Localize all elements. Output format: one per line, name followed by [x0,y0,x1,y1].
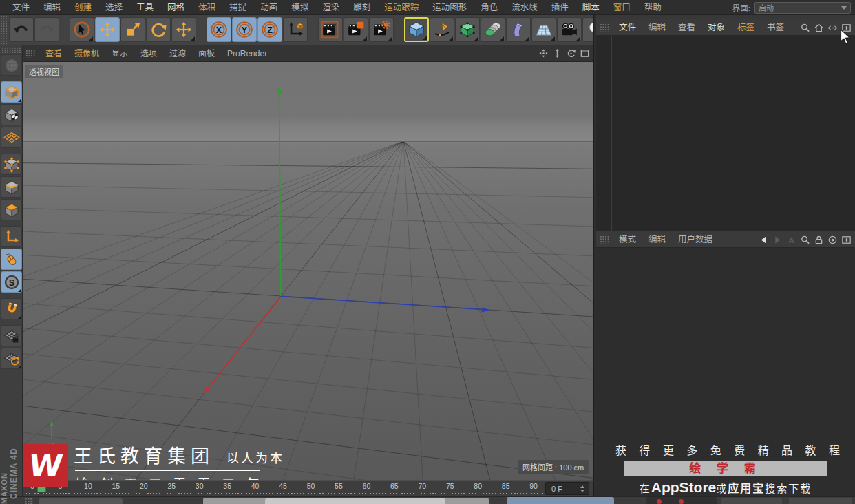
menu-item-插件[interactable]: 插件 [545,0,576,15]
menu-item-捕捉[interactable]: 捕捉 [222,0,253,15]
target-icon[interactable] [827,234,838,246]
menu-item-模拟[interactable]: 模拟 [284,0,315,15]
partial-button[interactable] [39,498,123,504]
move-tool-button[interactable] [95,17,120,42]
object-manager-grip[interactable] [600,23,609,32]
undo-button[interactable] [9,17,34,42]
render-view-button[interactable] [318,17,343,42]
menu-item-脚本[interactable]: 脚本 [576,0,606,15]
menu-item-运动跟踪[interactable]: 运动跟踪 [377,0,425,15]
menu-item-过滤[interactable]: 过滤 [163,45,192,62]
viewport-solo-button[interactable] [1,249,22,270]
render-picture-viewer-button[interactable] [344,17,368,42]
path-navigate-icon[interactable] [827,22,838,34]
menu-item-对象[interactable]: 对象 [701,19,731,36]
menu-item-文件[interactable]: 文件 [613,19,642,36]
lock-icon[interactable] [813,234,825,246]
enable-snap-button[interactable] [1,298,22,319]
lock-y-axis-button[interactable]: Y [232,17,257,42]
history-back-icon[interactable] [758,234,770,246]
partial-slider[interactable] [203,498,489,504]
menu-item-摄像机[interactable]: 摄像机 [68,45,105,62]
viewport-menubar-grip[interactable] [25,50,36,58]
model-mode-button[interactable] [1,81,22,103]
add-subdivision-surface-button[interactable] [455,17,480,42]
render-settings-button[interactable] [369,17,394,42]
menu-item-模式[interactable]: 模式 [613,231,642,248]
partial-record-buttons[interactable] [646,497,717,504]
menu-item-窗口[interactable]: 窗口 [606,0,637,15]
viewport-canvas[interactable]: 透视视图 网格间距 : 100 cm Y [23,62,593,480]
menu-item-书签[interactable]: 书签 [761,19,790,36]
toggle-view-icon[interactable] [579,48,591,59]
menu-item-标签[interactable]: 标签 [731,19,761,36]
interface-dropdown[interactable]: 启动 [754,2,851,14]
new-panel-icon[interactable] [841,234,852,246]
timeline-ruler[interactable]: 051015202530354045505560657075808590 0 F [23,480,593,496]
menu-item-雕刻[interactable]: 雕刻 [346,0,377,15]
lock-z-axis-button[interactable]: Z [257,17,282,42]
points-mode-button[interactable] [1,154,22,175]
last-used-tool-button[interactable] [171,17,196,42]
menu-item-动画[interactable]: 动画 [253,0,284,15]
menu-item-运动图形[interactable]: 运动图形 [425,0,474,15]
menu-item-显示[interactable]: 显示 [105,45,134,62]
enable-axis-button[interactable] [1,226,22,247]
menu-item-编辑[interactable]: 编辑 [642,19,672,36]
lock-workplane-button[interactable] [1,325,22,346]
menu-item-选项[interactable]: 选项 [134,45,163,62]
menu-item-编辑[interactable]: 编辑 [642,231,672,248]
menu-item-流水线[interactable]: 流水线 [505,0,545,15]
add-spline-button[interactable] [430,17,454,42]
menu-item-网格[interactable]: 网格 [160,0,191,15]
texture-mode-button[interactable] [1,104,22,125]
add-generator-button[interactable] [481,17,505,42]
menu-item-查看[interactable]: 查看 [39,45,68,62]
search-icon[interactable] [799,22,811,34]
polygons-mode-button[interactable] [1,199,22,220]
menu-item-文件[interactable]: 文件 [6,0,36,15]
rotate-view-icon[interactable] [565,48,577,59]
menu-item-工具[interactable]: 工具 [129,0,160,15]
snap-settings-button[interactable]: S [1,271,22,293]
partial-button[interactable] [789,498,852,504]
add-camera-button[interactable] [557,17,582,42]
live-selection-button[interactable] [70,17,94,42]
scale-tool-button[interactable] [120,17,145,42]
menu-item-面板[interactable]: 面板 [192,45,221,62]
object-manager-area[interactable] [596,36,855,231]
menu-item-编辑[interactable]: 编辑 [36,0,67,15]
menu-item-用户数据[interactable]: 用户数据 [672,231,719,248]
partial-slider-range[interactable] [265,498,445,504]
home-icon[interactable] [813,22,825,34]
frame-number-field[interactable]: 0 F [545,482,589,495]
add-deformer-button[interactable] [506,17,531,42]
menu-item-帮助[interactable]: 帮助 [637,0,668,15]
workplane-mode-button[interactable] [1,127,22,148]
add-primitive-button[interactable] [404,17,429,42]
menu-item-体积[interactable]: 体积 [191,0,222,15]
partial-button[interactable] [721,498,782,504]
menu-item-查看[interactable]: 查看 [672,19,701,36]
menu-item-选择[interactable]: 选择 [98,0,129,15]
pan-view-icon[interactable] [538,48,549,59]
zoom-view-icon[interactable] [551,48,563,59]
menu-item-渲染[interactable]: 渲染 [315,0,346,15]
rotate-tool-button[interactable] [146,17,171,42]
lock-x-axis-button[interactable]: X [207,17,231,42]
coordinate-system-button[interactable] [283,17,308,42]
attribute-manager-area[interactable]: 获 得 更 多 免 费 精 品 教 程 绘 学 霸 在AppStore或应用宝搜… [596,248,855,496]
partial-button-group[interactable] [507,497,614,504]
playback-bar-grip[interactable] [25,498,33,504]
sidebar-grip[interactable] [1,47,21,53]
edges-mode-button[interactable] [1,176,22,198]
menu-item-ProRender[interactable]: ProRender [221,45,273,62]
current-frame-marker[interactable] [37,486,46,492]
menu-item-角色[interactable]: 角色 [474,0,505,15]
add-environment-button[interactable] [531,17,556,42]
search-icon[interactable] [799,234,811,246]
toolbar-grip[interactable] [0,15,7,45]
align-workplane-button[interactable] [1,348,22,369]
attribute-manager-grip[interactable] [600,235,609,244]
frame-spinner[interactable] [578,485,589,492]
